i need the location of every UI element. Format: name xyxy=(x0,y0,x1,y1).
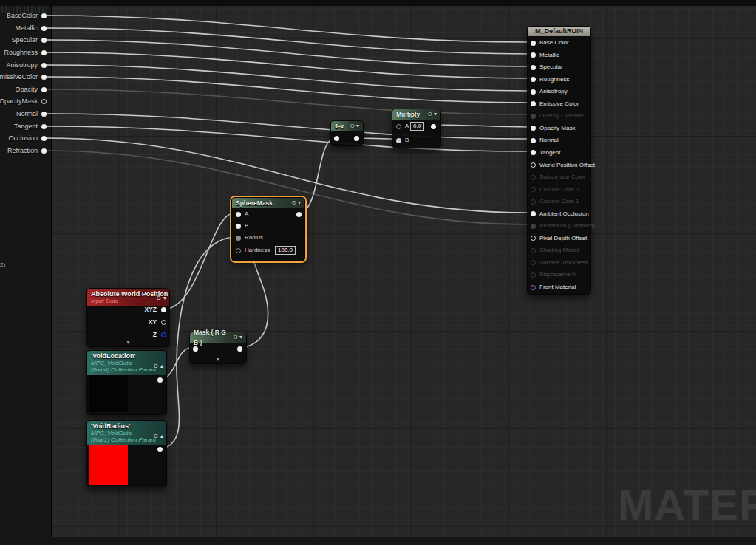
preview-toggle-icon[interactable]: ⊙ xyxy=(233,332,238,343)
material-node-title[interactable]: M_DefaultRUIN xyxy=(528,27,590,37)
preview-toggle-icon[interactable]: ⊙ xyxy=(350,121,355,131)
mask-rgb-title: Mask ( R G B ) xyxy=(194,327,231,348)
awp-z-label: Z xyxy=(153,329,157,340)
input-pin[interactable] xyxy=(531,187,536,192)
spheremask-hardness-value[interactable]: 100.0 xyxy=(275,246,296,255)
multiply-a-pin[interactable] xyxy=(396,124,401,129)
chevron-down-icon[interactable]: ▾ xyxy=(239,332,242,343)
node-mask-rgb[interactable]: Mask ( R G B ) ⊙▾ ▾ xyxy=(189,332,247,364)
awp-xyz-pin[interactable] xyxy=(161,307,166,312)
chevron-down-icon[interactable]: ▾ xyxy=(298,198,301,208)
input-pin[interactable] xyxy=(531,89,536,95)
input-pin[interactable] xyxy=(531,175,536,180)
awp-xy-label: XY xyxy=(149,316,157,328)
preview-toggle-icon[interactable]: ⊙ xyxy=(153,361,158,371)
void-location-title: 'VoidLocation' xyxy=(91,352,163,360)
preview-toggle-icon[interactable]: ⊙ xyxy=(153,431,158,442)
input-pin[interactable] xyxy=(531,260,536,265)
material-input-row: Shading Model xyxy=(528,244,590,256)
input-pin[interactable] xyxy=(531,126,536,131)
material-input-row: Metallic xyxy=(528,49,590,61)
node-material-result[interactable]: M_DefaultRUIN Base ColorMetallicSpecular… xyxy=(527,26,591,295)
chevron-down-icon[interactable]: ▾ xyxy=(163,293,166,304)
input-pin-label: Subsurface Color xyxy=(539,171,585,183)
preview-toggle-icon[interactable]: ⊙ xyxy=(427,109,432,120)
multiply-b-pin[interactable] xyxy=(396,138,401,143)
preview-toggle-icon[interactable]: ⊙ xyxy=(156,293,161,304)
spheremask-radius-pin[interactable] xyxy=(236,236,241,241)
material-input-row: Pixel Depth Offset xyxy=(528,233,590,244)
spheremask-a-pin[interactable] xyxy=(236,212,241,217)
input-pin[interactable] xyxy=(531,162,536,168)
mask-rgb-output-pin[interactable] xyxy=(237,346,242,352)
material-input-row: Surface Thickness xyxy=(528,257,590,269)
input-pin[interactable] xyxy=(531,199,536,205)
node-one-minus-x[interactable]: 1-x ⊙▾ xyxy=(330,120,364,146)
spheremask-b-label: B xyxy=(245,220,248,232)
node-void-radius[interactable]: 'VoidRadius' MPC_VoidData (float1) Colle… xyxy=(86,420,167,487)
input-pin[interactable] xyxy=(531,224,536,229)
input-pin[interactable] xyxy=(531,138,536,143)
multiply-output-pin[interactable] xyxy=(431,124,436,129)
node-spheremask[interactable]: SphereMask ⊙▾ A B Radius Hardness 100.0 xyxy=(231,197,305,261)
top-strip xyxy=(0,0,756,6)
chevron-up-icon[interactable]: ▴ xyxy=(160,361,163,371)
void-radius-output-pin[interactable] xyxy=(157,447,163,452)
input-pin[interactable] xyxy=(531,150,536,155)
void-location-output-pin[interactable] xyxy=(157,377,163,383)
input-pin-label: Custom Data 1 xyxy=(539,196,579,208)
input-pin[interactable] xyxy=(531,114,536,119)
material-input-row: Ambient Occlusion xyxy=(528,208,590,220)
mask-rgb-input-pin[interactable] xyxy=(193,346,198,352)
chevron-down-icon[interactable]: ▾ xyxy=(434,109,437,120)
input-pin[interactable] xyxy=(531,272,536,278)
awp-header[interactable]: Absolute World Position Input Data ⊙▾ xyxy=(87,289,169,307)
wire-multiply-to-opacitymask[interactable] xyxy=(433,125,529,127)
expand-advanced-icon[interactable]: ▾ xyxy=(126,340,129,346)
spheremask-hardness-pin[interactable] xyxy=(236,248,241,253)
input-pin[interactable] xyxy=(531,77,536,82)
chevron-down-icon[interactable]: ▾ xyxy=(356,121,359,131)
input-pin[interactable] xyxy=(531,101,536,106)
input-pin[interactable] xyxy=(531,52,536,58)
awp-title: Absolute World Position xyxy=(91,290,166,298)
spheremask-b-pin[interactable] xyxy=(236,224,241,229)
one-minus-x-title: 1-x xyxy=(335,121,344,131)
input-pin[interactable] xyxy=(531,236,536,241)
input-pin[interactable] xyxy=(531,211,536,216)
void-radius-header[interactable]: 'VoidRadius' MPC_VoidData (float1) Colle… xyxy=(87,421,166,446)
material-input-row: Specular xyxy=(528,61,590,73)
awp-z-pin[interactable] xyxy=(161,332,166,337)
material-input-row: Custom Data 0 xyxy=(528,184,590,196)
node-absolute-world-position[interactable]: Absolute World Position Input Data ⊙▾ XY… xyxy=(86,288,170,347)
one-minus-x-output-pin[interactable] xyxy=(354,136,359,141)
spheremask-radius-label: Radius xyxy=(245,232,263,244)
void-location-header[interactable]: 'VoidLocation' MPC_VoidData (float4) Col… xyxy=(87,351,166,376)
wire-tangent[interactable] xyxy=(47,126,529,151)
wire-normal[interactable] xyxy=(47,114,529,139)
multiply-a-value[interactable]: 0.0 xyxy=(410,122,424,131)
void-location-subtitle2: (float4) Collection Param xyxy=(91,366,163,373)
mask-rgb-header[interactable]: Mask ( R G B ) ⊙▾ xyxy=(190,332,246,343)
input-pin-label: Metallic xyxy=(539,49,559,61)
input-pin[interactable] xyxy=(531,285,536,290)
multiply-header[interactable]: Multiply ⊙▾ xyxy=(392,109,440,120)
node-multiply[interactable]: Multiply ⊙▾ A 0.0 B xyxy=(392,109,441,148)
material-input-row: Front Material xyxy=(528,281,590,293)
multiply-title: Multiply xyxy=(396,109,420,120)
input-pin[interactable] xyxy=(531,65,536,70)
one-minus-x-header[interactable]: 1-x ⊙▾ xyxy=(331,121,363,132)
spheremask-header[interactable]: SphereMask ⊙▾ xyxy=(232,198,304,209)
spheremask-output-pin[interactable] xyxy=(296,212,302,217)
one-minus-x-input-pin[interactable] xyxy=(334,136,339,141)
expand-advanced-icon[interactable]: ▾ xyxy=(217,357,219,363)
input-pin-label: Normal xyxy=(539,134,559,146)
node-void-location[interactable]: 'VoidLocation' MPC_VoidData (float4) Col… xyxy=(86,350,167,415)
input-pin[interactable] xyxy=(531,41,536,46)
chevron-up-icon[interactable]: ▴ xyxy=(160,431,163,442)
input-pin[interactable] xyxy=(531,248,536,253)
input-pin-label: Tangent xyxy=(539,147,560,159)
preview-toggle-icon[interactable]: ⊙ xyxy=(291,198,296,208)
material-input-row: Displacement xyxy=(528,269,590,281)
awp-xy-pin[interactable] xyxy=(161,320,166,325)
